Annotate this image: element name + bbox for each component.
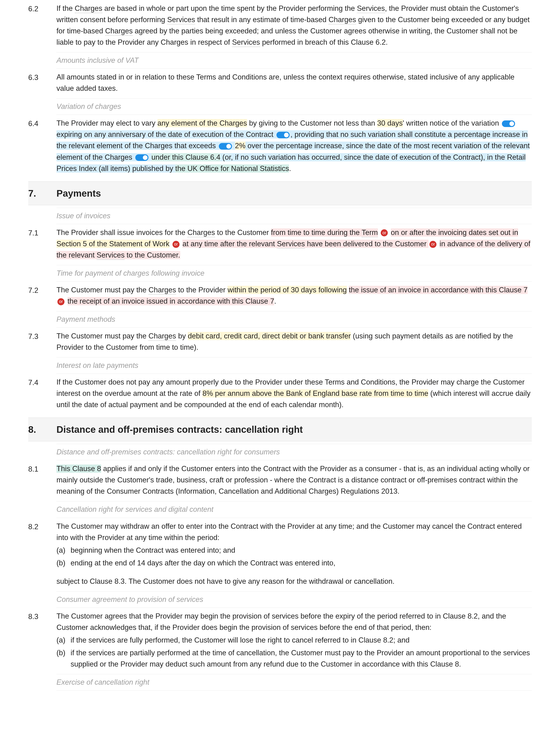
option-toggle[interactable] [219, 143, 232, 150]
option-toggle[interactable] [502, 120, 515, 127]
editable-field[interactable]: 8% per annum above the Bank of England b… [202, 389, 428, 398]
defined-term[interactable]: Services [167, 15, 195, 24]
text: If the [56, 4, 75, 12]
or-badge[interactable]: or [381, 229, 388, 237]
text: at any time after the relevant [182, 240, 277, 248]
sub-text: beginning when the Contract was entered … [71, 545, 235, 556]
text: to the Provider [176, 286, 228, 294]
editable-field[interactable]: within the period of 30 days following [228, 286, 347, 294]
clause-note: Payment methods [56, 311, 532, 328]
text: The Customer agrees that the Provider ma… [56, 611, 532, 633]
defined-term[interactable]: Charges [105, 27, 133, 36]
section-7-header: 7. Payments [28, 181, 532, 205]
defined-term[interactable]: Charges [328, 15, 356, 24]
clause-body: All amounts stated in or in relation to … [56, 71, 532, 94]
clause-8-2: 8.2 The Customer may withdraw an offer t… [28, 521, 532, 587]
text: subject to Clause 8.3. The Customer does… [56, 576, 532, 587]
clause-7-3: 7.3 The Customer must pay the Charges by… [28, 330, 532, 353]
text: . [274, 297, 276, 305]
editable-field[interactable]: Section 5 of the Statement of Work [56, 240, 169, 248]
clause-note: Time for payment of charges following in… [56, 265, 532, 282]
text: from time to time during the [271, 229, 362, 237]
optional-ref[interactable]: the UK Office for National Statistics [175, 164, 289, 173]
clause-note: Amounts inclusive of VAT [56, 52, 532, 69]
optional-ref[interactable]: This Clause 8 [56, 464, 101, 473]
clause-number: 6.3 [28, 71, 56, 94]
clause-number: 6.2 [28, 3, 56, 48]
defined-term[interactable]: Services [232, 38, 260, 47]
sub-text: if the services are fully performed, the… [71, 634, 409, 646]
text: . [289, 164, 291, 173]
clause-body: If the Customer does not pay any amount … [56, 377, 532, 410]
clause-8-3: 8.3 The Customer agrees that the Provide… [28, 611, 532, 670]
clause-number: 7.1 [28, 227, 56, 261]
clause-body: The Provider may elect to vary any eleme… [56, 118, 532, 174]
defined-term[interactable]: Term [362, 229, 378, 237]
clause-number: 8.2 [28, 521, 56, 587]
defined-term[interactable]: Charges [148, 286, 176, 295]
section-title: Distance and off-premises contracts: can… [56, 422, 303, 437]
editable-field[interactable]: 30 days [377, 119, 403, 127]
section-number: 8. [28, 422, 56, 437]
sub-number: (a) [56, 545, 71, 556]
text: The Provider shall issue invoices for th… [56, 229, 187, 237]
clause-7-2: 7.2 The Customer must pay the Charges to… [28, 284, 532, 307]
option-toggle[interactable] [135, 154, 148, 161]
clause-note: Variation of charges [56, 98, 532, 115]
text: ' written notice of the variation [403, 119, 501, 127]
clause-7-1: 7.1 The Provider shall issue invoices fo… [28, 227, 532, 261]
defined-term[interactable]: Charges [187, 229, 215, 237]
clause-number: 7.3 [28, 330, 56, 353]
defined-term[interactable]: Services [357, 4, 385, 13]
editable-field[interactable]: debit card, credit card, direct debit or… [188, 332, 351, 340]
sub-item-b: (b)if the services are partially perform… [56, 647, 532, 670]
text: on or after the invoicing dates set out … [391, 229, 518, 237]
option-text[interactable]: at any time after the relevant Services … [182, 240, 428, 248]
option-toggle[interactable] [276, 132, 290, 138]
text: The Customer must pay the [56, 332, 148, 340]
clause-note: Cancellation right for services and digi… [56, 501, 532, 518]
sub-number: (b) [56, 558, 71, 569]
editable-field[interactable]: 2% [235, 142, 246, 150]
sub-text: if the services are partially performed … [71, 647, 532, 670]
text: are based in whole or part upon the time… [102, 4, 357, 12]
section-number: 7. [28, 186, 56, 201]
option-text[interactable]: the issue of an invoice in accordance wi… [349, 286, 528, 294]
clause-body: This Clause 8 applies if and only if the… [56, 463, 532, 497]
option-text[interactable]: from time to time during the Term [271, 229, 378, 237]
clause-number: 7.4 [28, 377, 56, 410]
text: by giving to the Customer not less than [247, 119, 377, 127]
defined-term[interactable]: Charges [75, 4, 102, 13]
text: The Provider may elect to vary [56, 119, 157, 127]
sub-item-b: (b)ending at the end of 14 days after th… [56, 558, 532, 569]
clause-number: 8.3 [28, 611, 56, 670]
text: to the Customer [215, 229, 271, 237]
defined-term[interactable]: Services [97, 251, 125, 260]
sub-number: (b) [56, 647, 71, 670]
optional-ref[interactable]: under this Clause 6.4 [151, 153, 220, 161]
clause-6-3: 6.3 All amounts stated in or in relation… [28, 71, 532, 94]
text: applies if and only if the Customer ente… [56, 464, 530, 495]
clause-7-4: 7.4 If the Customer does not pay any amo… [28, 377, 532, 410]
clause-body: The Customer must pay the Charges to the… [56, 284, 532, 307]
clause-body: The Customer may withdraw an offer to en… [56, 521, 532, 587]
or-badge[interactable]: or [172, 241, 179, 248]
text: by [176, 332, 188, 340]
optional-text[interactable]: expiring on any anniversary of the date … [56, 130, 530, 172]
text: to the Customer. [125, 251, 180, 259]
clause-number: 8.1 [28, 463, 56, 497]
editable-field[interactable]: any element of the Charges [157, 119, 247, 127]
defined-term[interactable]: Charges [148, 332, 176, 341]
text: expiring on any anniversary of the date … [56, 130, 273, 139]
option-text[interactable]: the receipt of an invoice issued in acco… [67, 297, 274, 305]
clause-note: Consumer agreement to provision of servi… [56, 591, 532, 608]
sub-number: (a) [56, 634, 71, 646]
clause-number: 6.4 [28, 118, 56, 174]
defined-term[interactable]: Services [277, 240, 305, 249]
clause-number: 7.2 [28, 284, 56, 307]
or-badge[interactable]: or [57, 298, 64, 305]
clause-body: The Customer agrees that the Provider ma… [56, 611, 532, 670]
or-badge[interactable]: or [429, 241, 436, 248]
text: that result in any estimate of time-base… [195, 15, 328, 24]
sub-text: ending at the end of 14 days after the d… [71, 558, 335, 569]
